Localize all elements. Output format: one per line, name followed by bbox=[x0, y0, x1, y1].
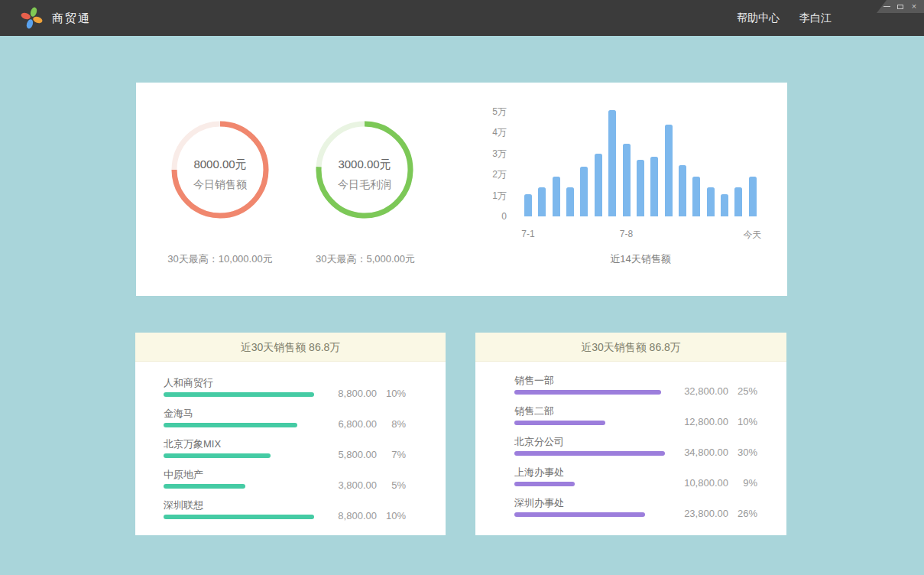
rank-values: 5,800.007% bbox=[322, 450, 406, 460]
sales-day-bar bbox=[553, 177, 560, 216]
rank-label: 销售一部 bbox=[514, 375, 786, 385]
rank-amount: 8,800.00 bbox=[322, 388, 377, 398]
sales-day-bar bbox=[580, 167, 588, 216]
maximize-icon bbox=[897, 5, 903, 9]
sales-day-bar bbox=[679, 165, 686, 216]
rank-row: 中原地产3,800.005% bbox=[164, 469, 446, 489]
customer-rank-list: 人和商贸行8,800.0010%金海马6,800.008%北京万象MIX5,80… bbox=[135, 362, 446, 519]
rank-percent: 30% bbox=[738, 447, 757, 457]
username-menu[interactable]: 李白江 bbox=[799, 11, 832, 25]
rank-percent: 5% bbox=[386, 480, 406, 490]
sales-day-bar bbox=[566, 187, 574, 217]
sales-30d-max-caption: 30天最高：10,000.00元 bbox=[144, 252, 297, 266]
rank-values: 3,800.005% bbox=[322, 480, 406, 490]
rank-label: 中原地产 bbox=[164, 469, 446, 479]
titlebar-menu: 帮助中心 李白江 bbox=[737, 0, 832, 36]
customer-rank-header: 近30天销售额 86.8万 bbox=[135, 333, 446, 362]
sales-day-bar bbox=[749, 177, 757, 216]
rank-bar bbox=[514, 451, 665, 456]
rank-row: 北京万象MIX5,800.007% bbox=[164, 439, 446, 458]
rank-bar bbox=[514, 482, 575, 486]
rank-label: 金海马 bbox=[164, 408, 446, 418]
rank-label: 销售二部 bbox=[514, 406, 786, 416]
rank-values: 32,800.0025% bbox=[673, 386, 757, 396]
rank-amount: 32,800.00 bbox=[673, 386, 728, 396]
rank-bar bbox=[514, 390, 661, 395]
rank-bar bbox=[164, 515, 314, 519]
rank-row: 深圳联想8,800.0010% bbox=[164, 500, 446, 519]
today-sales-value: 8000.00元 bbox=[168, 158, 272, 172]
x-axis-tick-label: 7-8 bbox=[620, 229, 633, 239]
sales-day-bar bbox=[650, 157, 658, 216]
sales-14d-bar-chart bbox=[524, 108, 757, 216]
today-profit-donut: 3000.00元 今日毛利润 bbox=[313, 118, 417, 222]
today-summary-card: 8000.00元 今日销售额 3000.00元 今日毛利润 30天最高：10,0… bbox=[136, 83, 787, 296]
rank-values: 8,800.0010% bbox=[322, 388, 406, 398]
sales-day-bar bbox=[608, 110, 616, 216]
rank-amount: 3,800.00 bbox=[322, 480, 377, 490]
sales-day-bar bbox=[721, 194, 728, 216]
rank-row: 金海马6,800.008% bbox=[164, 408, 446, 427]
rank-amount: 6,800.00 bbox=[322, 419, 377, 429]
rank-amount: 5,800.00 bbox=[322, 450, 377, 460]
sales-day-bar bbox=[623, 144, 631, 216]
y-axis-tick-label: 3万 bbox=[476, 148, 507, 159]
close-icon bbox=[912, 2, 916, 11]
rank-values: 10,800.009% bbox=[673, 478, 757, 488]
rank-label: 深圳办事处 bbox=[514, 498, 786, 508]
sales-day-bar bbox=[595, 154, 602, 217]
window-controls bbox=[877, 0, 924, 13]
rank-label: 北京分公司 bbox=[514, 437, 786, 447]
bar-chart-title: 近14天销售额 bbox=[524, 252, 757, 266]
profit-30d-max-caption: 30天最高：5,000.00元 bbox=[289, 252, 442, 266]
rank-row: 深圳办事处23,800.0026% bbox=[514, 498, 786, 517]
rank-percent: 26% bbox=[738, 508, 757, 518]
maximize-button[interactable] bbox=[893, 0, 907, 13]
sales-day-bar bbox=[734, 187, 742, 217]
department-sales-rank-card: 近30天销售额 86.8万 销售一部32,800.0025%销售二部12,800… bbox=[475, 333, 786, 535]
sales-day-bar bbox=[692, 177, 700, 216]
rank-amount: 12,800.00 bbox=[673, 417, 728, 427]
help-center-link[interactable]: 帮助中心 bbox=[737, 11, 780, 25]
rank-label: 北京万象MIX bbox=[164, 439, 446, 449]
rank-percent: 10% bbox=[386, 388, 406, 398]
app-title: 商贸通 bbox=[52, 0, 91, 36]
sales-day-bar bbox=[707, 187, 715, 217]
rank-percent: 7% bbox=[386, 450, 406, 460]
rank-amount: 34,800.00 bbox=[673, 447, 728, 457]
rank-values: 34,800.0030% bbox=[673, 447, 757, 457]
minimize-icon bbox=[883, 6, 890, 7]
rank-bar bbox=[164, 392, 314, 397]
customer-sales-rank-card: 近30天销售额 86.8万 人和商贸行8,800.0010%金海马6,800.0… bbox=[135, 333, 446, 535]
today-sales-donut: 8000.00元 今日销售额 bbox=[168, 118, 272, 222]
x-axis-tick-label: 今天 bbox=[744, 229, 762, 242]
rank-bar bbox=[514, 421, 605, 425]
titlebar: 商贸通 帮助中心 李白江 bbox=[0, 0, 924, 36]
rank-amount: 8,800.00 bbox=[322, 511, 377, 521]
sales-day-bar bbox=[665, 125, 673, 216]
y-axis-tick-label: 5万 bbox=[476, 106, 507, 117]
rank-values: 6,800.008% bbox=[322, 419, 406, 429]
sales-day-bar bbox=[538, 187, 546, 217]
sales-day-bar bbox=[637, 160, 644, 216]
rank-values: 12,800.0010% bbox=[673, 417, 757, 427]
rank-label: 人和商贸行 bbox=[164, 378, 446, 388]
minimize-button[interactable] bbox=[880, 0, 893, 13]
app-logo-icon bbox=[20, 6, 44, 30]
department-rank-list: 销售一部32,800.0025%销售二部12,800.0010%北京分公司34,… bbox=[475, 362, 786, 517]
rank-percent: 10% bbox=[738, 417, 757, 427]
close-button[interactable] bbox=[907, 0, 921, 13]
today-sales-label: 今日销售额 bbox=[168, 178, 272, 192]
rank-bar bbox=[164, 453, 271, 458]
sales-day-bar bbox=[524, 194, 532, 216]
rank-row: 销售二部12,800.0010% bbox=[514, 406, 786, 425]
y-axis-tick-label: 2万 bbox=[476, 169, 507, 180]
y-axis-tick-label: 1万 bbox=[476, 190, 507, 201]
rank-row: 人和商贸行8,800.0010% bbox=[164, 378, 446, 397]
rank-percent: 10% bbox=[386, 511, 406, 521]
today-profit-value: 3000.00元 bbox=[313, 158, 417, 172]
y-axis-tick-label: 4万 bbox=[476, 127, 507, 138]
department-rank-header: 近30天销售额 86.8万 bbox=[475, 333, 786, 362]
rank-label: 上海办事处 bbox=[514, 467, 786, 477]
y-axis-tick-label: 0 bbox=[476, 211, 507, 222]
